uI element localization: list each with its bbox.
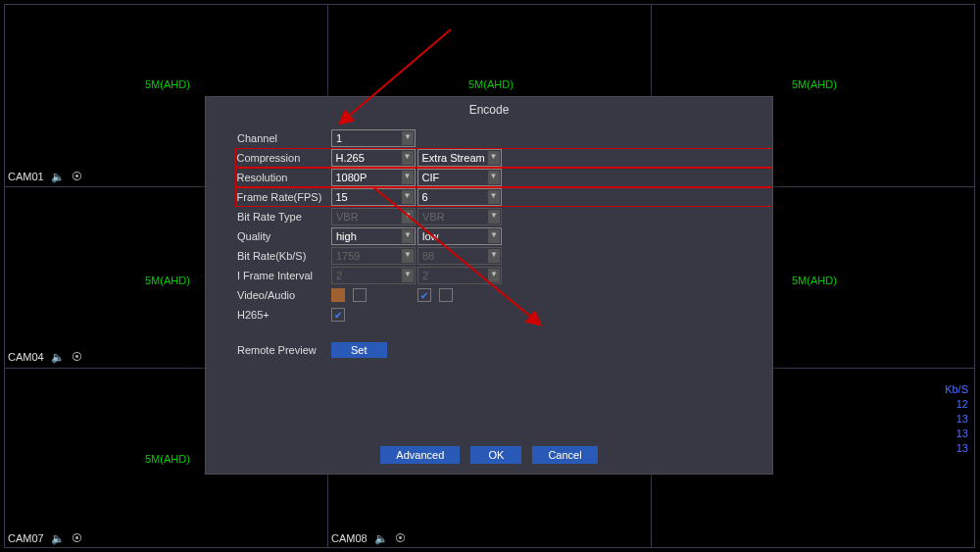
chevron-down-icon: ▼ [488, 171, 500, 184]
row-frame-rate: Frame Rate(FPS) 15 ▼ 6 ▼ [235, 187, 772, 207]
row-channel: Channel 1 ▼ [237, 128, 772, 148]
cam-name: CAM01 [8, 171, 44, 182]
row-h265: H265+ ✔ [237, 305, 772, 325]
select-value: 1 [336, 132, 342, 144]
cam-label-07: CAM07 🔈 ⦿ [8, 532, 82, 545]
remote-preview-label: Remote Preview [237, 344, 331, 356]
resolution-label: Resolution [237, 172, 331, 183]
kbs-stats: Kb/S 12 13 13 13 [945, 382, 968, 456]
cell-resolution-label: 5M(AHD) [145, 78, 190, 90]
dialog-title: Encode [206, 97, 772, 128]
chevron-down-icon: ▼ [488, 229, 500, 243]
quality-main-select[interactable]: high ▼ [331, 227, 416, 245]
select-value: Extra Stream [422, 152, 485, 164]
encode-dialog: Encode Channel 1 ▼ Compression H.265 ▼ E… [205, 96, 773, 475]
chevron-down-icon: ▼ [488, 249, 500, 263]
fps-main-select[interactable]: 15 ▼ [331, 188, 416, 206]
audio-extra-checkbox[interactable]: ✔ [439, 288, 453, 302]
cell-resolution-label: 5M(AHD) [145, 453, 190, 465]
chevron-down-icon: ▼ [402, 249, 414, 263]
h265-checkbox[interactable]: ✔ [331, 308, 345, 322]
select-value: 2 [336, 270, 342, 281]
advanced-button[interactable]: Advanced [380, 446, 460, 464]
dialog-button-bar: Advanced OK Cancel [206, 446, 772, 464]
video-audio-label: Video/Audio [237, 289, 331, 301]
record-icon: ⦿ [72, 171, 82, 182]
ok-button[interactable]: OK [470, 446, 521, 464]
cam-name: CAM07 [8, 532, 44, 544]
kbs-value: 13 [945, 441, 968, 456]
kbs-value: 13 [945, 427, 968, 441]
grid-line [4, 4, 974, 5]
row-resolution: Resolution 1080P ▼ CIF ▼ [235, 168, 772, 187]
record-icon: ⦿ [72, 351, 82, 363]
select-value: H.265 [336, 152, 365, 164]
cam-name: CAM04 [8, 351, 44, 363]
bit-rate-label: Bit Rate(Kb/S) [237, 250, 331, 262]
cam-label-04: CAM04 🔈 ⦿ [8, 351, 82, 364]
chevron-down-icon: ▼ [402, 190, 414, 204]
iframe-extra-select: 2 ▼ [417, 267, 502, 284]
select-value: VBR [422, 211, 445, 223]
cell-resolution-label: 5M(AHD) [792, 275, 837, 286]
brt-extra-select: VBR ▼ [417, 208, 502, 226]
cam-label-08: CAM08 🔈 ⦿ [331, 532, 406, 545]
cam-label-01: CAM01 🔈 ⦿ [8, 171, 82, 183]
kbs-value: 13 [945, 412, 968, 427]
chevron-down-icon: ▼ [402, 269, 414, 282]
brt-main-select: VBR ▼ [331, 208, 416, 226]
compression-main-select[interactable]: H.265 ▼ [331, 149, 416, 167]
i-frame-label: I Frame Interval [237, 270, 331, 281]
chevron-down-icon: ▼ [402, 131, 414, 145]
grid-line [974, 4, 975, 548]
speaker-icon: 🔈 [51, 171, 65, 183]
channel-select[interactable]: 1 ▼ [331, 129, 416, 147]
select-value: 15 [336, 191, 348, 203]
encode-form: Channel 1 ▼ Compression H.265 ▼ Extra St… [206, 128, 772, 360]
speaker-icon: 🔈 [51, 351, 65, 364]
select-value: VBR [336, 211, 359, 223]
cell-resolution-label: 5M(AHD) [468, 78, 514, 90]
video-main-checkbox[interactable] [331, 288, 345, 302]
grid-line [4, 547, 974, 548]
cancel-button[interactable]: Cancel [532, 446, 597, 464]
frame-rate-label: Frame Rate(FPS) [237, 191, 331, 203]
iframe-main-select: 2 ▼ [331, 267, 416, 284]
channel-label: Channel [237, 132, 331, 144]
cell-resolution-label: 5M(AHD) [145, 275, 190, 286]
br-main-select: 1759 ▼ [331, 247, 416, 265]
select-value: low [422, 230, 439, 242]
cam-name: CAM08 [331, 532, 368, 544]
bit-rate-type-label: Bit Rate Type [237, 211, 331, 223]
fps-extra-select[interactable]: 6 ▼ [417, 188, 502, 206]
chevron-down-icon: ▼ [402, 151, 414, 165]
kbs-label: Kb/S [945, 382, 968, 397]
quality-extra-select[interactable]: low ▼ [417, 227, 502, 245]
cell-resolution-label: 5M(AHD) [792, 78, 837, 90]
row-bit-rate: Bit Rate(Kb/S) 1759 ▼ 88 ▼ [237, 246, 772, 266]
chevron-down-icon: ▼ [488, 190, 500, 204]
video-extra-checkbox[interactable]: ✔ [417, 288, 431, 302]
compression-label: Compression [237, 152, 331, 164]
set-button[interactable]: Set [331, 342, 387, 358]
audio-main-checkbox[interactable]: ✔ [353, 288, 367, 302]
compression-extra-select[interactable]: Extra Stream ▼ [417, 149, 502, 167]
kbs-value: 12 [945, 397, 968, 412]
quality-label: Quality [237, 230, 331, 242]
select-value: 2 [422, 270, 428, 281]
resolution-main-select[interactable]: 1080P ▼ [331, 169, 416, 186]
chevron-down-icon: ▼ [402, 171, 414, 184]
row-remote-preview: Remote Preview Set [237, 340, 772, 360]
chevron-down-icon: ▼ [488, 269, 500, 282]
select-value: 1759 [336, 250, 360, 262]
chevron-down-icon: ▼ [402, 210, 414, 224]
row-i-frame: I Frame Interval 2 ▼ 2 ▼ [237, 266, 772, 285]
record-icon: ⦿ [72, 532, 82, 544]
row-bit-rate-type: Bit Rate Type VBR ▼ VBR ▼ [237, 207, 772, 226]
h265-label: H265+ [237, 309, 331, 321]
br-extra-select: 88 ▼ [417, 247, 502, 265]
row-compression: Compression H.265 ▼ Extra Stream ▼ [235, 148, 772, 168]
chevron-down-icon: ▼ [488, 151, 500, 165]
resolution-extra-select[interactable]: CIF ▼ [417, 169, 502, 186]
select-value: 88 [422, 250, 434, 262]
